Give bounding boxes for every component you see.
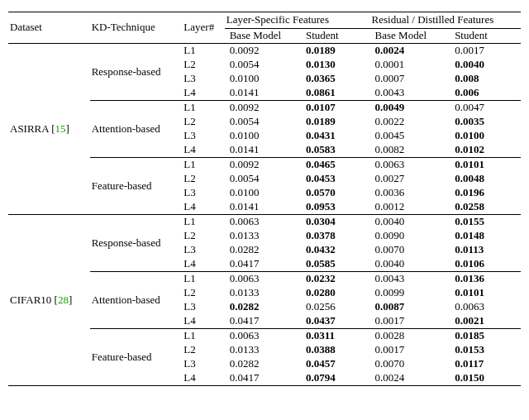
layer-cell: L1 xyxy=(183,158,224,173)
base-model-2-cell: 0.0017 xyxy=(370,314,450,329)
base-model-2-cell: 0.0007 xyxy=(370,72,450,86)
student-1-cell: 0.0304 xyxy=(301,215,370,230)
student-2-cell: 0.0101 xyxy=(450,158,521,173)
student-2-cell: 0.0136 xyxy=(450,272,521,287)
layer-cell: L3 xyxy=(183,72,224,86)
layer-cell: L4 xyxy=(183,371,224,386)
layer-cell: L3 xyxy=(183,300,224,314)
dataset-cell: ASIRRA [15] xyxy=(8,44,90,215)
layer-cell: L4 xyxy=(183,200,224,215)
layer-cell: L3 xyxy=(183,357,224,371)
base-model-2-cell: 0.0017 xyxy=(370,343,450,357)
kd-technique-cell: Feature-based xyxy=(90,158,184,215)
layer-cell: L4 xyxy=(183,86,224,101)
layer-cell: L3 xyxy=(183,243,224,257)
student-2-cell: 0.0196 xyxy=(450,186,521,200)
base-model-2-cell: 0.0024 xyxy=(370,44,450,59)
col-header-kd: KD-Technique xyxy=(90,12,184,44)
dataset-name-suffix: ] xyxy=(66,122,69,135)
layer-cell: L2 xyxy=(183,115,224,129)
student-2-cell: 0.0155 xyxy=(450,215,521,230)
base-model-2-cell: 0.0043 xyxy=(370,272,450,287)
base-model-2-cell: 0.0063 xyxy=(370,158,450,173)
col-group-residual: Residual / Distilled Features xyxy=(370,12,521,29)
layer-cell: L4 xyxy=(183,257,224,272)
base-model-1-cell: 0.0092 xyxy=(225,44,301,59)
student-1-cell: 0.0453 xyxy=(301,172,370,186)
kd-technique-cell: Response-based xyxy=(90,44,184,101)
base-model-2-cell: 0.0090 xyxy=(370,229,450,243)
layer-cell: L4 xyxy=(183,314,224,329)
dataset-name: CIFAR10 [ xyxy=(10,294,58,306)
kd-technique-cell: Attention-based xyxy=(90,101,184,158)
student-1-cell: 0.0311 xyxy=(301,329,370,344)
base-model-1-cell: 0.0417 xyxy=(225,257,301,272)
col-header-dataset: Dataset xyxy=(8,12,90,44)
base-model-1-cell: 0.0063 xyxy=(225,329,301,344)
student-1-cell: 0.0388 xyxy=(301,343,370,357)
layer-cell: L1 xyxy=(183,44,224,59)
student-2-cell: 0.006 xyxy=(450,86,521,101)
kd-technique-cell: Feature-based xyxy=(90,329,184,386)
student-1-cell: 0.0585 xyxy=(301,257,370,272)
base-model-1-cell: 0.0417 xyxy=(225,371,301,386)
base-model-1-cell: 0.0100 xyxy=(225,72,301,86)
base-model-2-cell: 0.0028 xyxy=(370,329,450,344)
layer-cell: L2 xyxy=(183,58,224,72)
citation-ref: 28 xyxy=(58,294,69,306)
student-2-cell: 0.0106 xyxy=(450,257,521,272)
student-2-cell: 0.0035 xyxy=(450,115,521,129)
layer-cell: L1 xyxy=(183,101,224,116)
base-model-1-cell: 0.0141 xyxy=(225,143,301,158)
layer-cell: L4 xyxy=(183,143,224,158)
layer-cell: L3 xyxy=(183,186,224,200)
dataset-name: ASIRRA [ xyxy=(10,122,55,135)
layer-cell: L1 xyxy=(183,272,224,287)
base-model-2-cell: 0.0043 xyxy=(370,86,450,101)
layer-cell: L1 xyxy=(183,215,224,230)
base-model-2-cell: 0.0027 xyxy=(370,172,450,186)
base-model-1-cell: 0.0133 xyxy=(225,286,301,300)
student-1-cell: 0.0570 xyxy=(301,186,370,200)
base-model-1-cell: 0.0054 xyxy=(225,58,301,72)
base-model-1-cell: 0.0133 xyxy=(225,229,301,243)
col-header-student-2: Student xyxy=(450,29,521,44)
student-2-cell: 0.0100 xyxy=(450,129,521,143)
base-model-1-cell: 0.0063 xyxy=(225,272,301,287)
student-2-cell: 0.0117 xyxy=(450,357,521,371)
student-2-cell: 0.008 xyxy=(450,72,521,86)
base-model-2-cell: 0.0082 xyxy=(370,143,450,158)
student-2-cell: 0.0017 xyxy=(450,44,521,59)
col-header-layer: Layer# xyxy=(183,12,224,44)
base-model-1-cell: 0.0282 xyxy=(225,357,301,371)
layer-cell: L2 xyxy=(183,229,224,243)
student-2-cell: 0.0150 xyxy=(450,371,521,386)
base-model-1-cell: 0.0100 xyxy=(225,129,301,143)
kd-technique-cell: Response-based xyxy=(90,215,184,272)
student-1-cell: 0.0189 xyxy=(301,115,370,129)
layer-cell: L1 xyxy=(183,329,224,344)
base-model-1-cell: 0.0092 xyxy=(225,158,301,173)
dataset-name-suffix: ] xyxy=(69,294,72,306)
student-2-cell: 0.0040 xyxy=(450,58,521,72)
layer-cell: L2 xyxy=(183,286,224,300)
student-1-cell: 0.0232 xyxy=(301,272,370,287)
student-1-cell: 0.0365 xyxy=(301,72,370,86)
student-2-cell: 0.0048 xyxy=(450,172,521,186)
base-model-1-cell: 0.0133 xyxy=(225,343,301,357)
layer-cell: L3 xyxy=(183,129,224,143)
student-1-cell: 0.0256 xyxy=(301,300,370,314)
student-1-cell: 0.0280 xyxy=(301,286,370,300)
student-1-cell: 0.0189 xyxy=(301,44,370,59)
base-model-1-cell: 0.0141 xyxy=(225,86,301,101)
base-model-2-cell: 0.0070 xyxy=(370,243,450,257)
base-model-2-cell: 0.0087 xyxy=(370,300,450,314)
student-1-cell: 0.0457 xyxy=(301,357,370,371)
student-1-cell: 0.0465 xyxy=(301,158,370,173)
col-group-layer-specific: Layer-Specific Features xyxy=(225,12,370,29)
student-1-cell: 0.0431 xyxy=(301,129,370,143)
student-2-cell: 0.0047 xyxy=(450,101,521,116)
base-model-2-cell: 0.0012 xyxy=(370,200,450,215)
student-1-cell: 0.0794 xyxy=(301,371,370,386)
base-model-1-cell: 0.0054 xyxy=(225,115,301,129)
